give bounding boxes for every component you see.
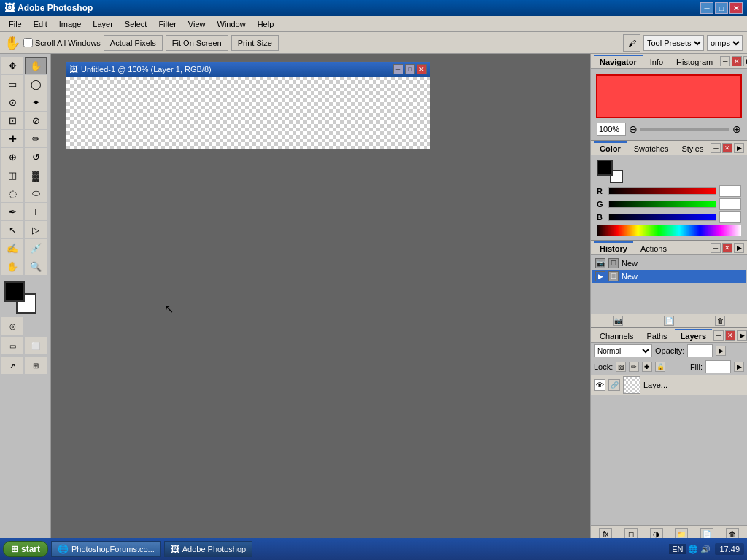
layers-close-button[interactable]: ✕ — [725, 330, 735, 341]
red-slider[interactable] — [608, 187, 716, 195]
tab-info[interactable]: Info — [644, 55, 669, 68]
doc-minimize-button[interactable]: ─ — [393, 64, 403, 74]
fill-input[interactable]: 100% — [705, 360, 731, 373]
tab-swatches[interactable]: Swatches — [628, 141, 675, 155]
red-value[interactable]: 0 — [719, 185, 741, 197]
history-menu-button[interactable]: ▶ — [734, 243, 744, 253]
comps-dropdown[interactable]: omps — [707, 35, 743, 51]
zoom-in-icon[interactable]: ⊕ — [732, 123, 741, 135]
scroll-all-label[interactable]: Scroll All Windows — [23, 38, 101, 47]
tab-navigator[interactable]: Navigator — [594, 55, 643, 68]
layers-minimize-button[interactable]: ─ — [713, 330, 724, 341]
hand-tool[interactable]: ✋ — [25, 57, 47, 74]
tool-presets-dropdown[interactable]: Tool Presets — [643, 35, 704, 51]
maximize-button[interactable]: □ — [715, 2, 728, 14]
menu-item-image[interactable]: Image — [53, 18, 88, 30]
color-close-button[interactable]: ✕ — [722, 143, 732, 153]
tab-histogram[interactable]: Histogram — [670, 55, 719, 68]
color-minimize-button[interactable]: ─ — [711, 143, 721, 153]
taskbar-item-photoshop[interactable]: 🖼 Adobe Photoshop — [164, 541, 252, 557]
fit-on-screen-button[interactable]: Fit On Screen — [166, 35, 228, 51]
move-tool[interactable]: ✥ — [1, 57, 23, 74]
tab-paths[interactable]: Paths — [640, 329, 673, 342]
history-close-button[interactable]: ✕ — [722, 243, 732, 253]
lasso-tool[interactable]: ⊙ — [1, 93, 23, 111]
foreground-color-box[interactable] — [4, 281, 25, 302]
navigator-zoom-slider[interactable] — [640, 128, 729, 131]
tab-channels[interactable]: Channels — [594, 329, 639, 342]
green-slider[interactable] — [608, 201, 716, 208]
pen-tool[interactable]: ✒ — [1, 203, 23, 220]
blue-value[interactable]: 0 — [719, 211, 741, 223]
menu-item-window[interactable]: Window — [212, 18, 252, 30]
actual-pixels-button[interactable]: Actual Pixels — [104, 35, 163, 51]
tab-color[interactable]: Color — [594, 141, 627, 155]
menu-item-file[interactable]: File — [3, 18, 28, 30]
doc-maximize-button[interactable]: □ — [405, 64, 415, 74]
opacity-input[interactable]: 100% — [687, 344, 713, 357]
taskbar-item-photoshopforums[interactable]: 🌐 PhotoshopForums.co... — [51, 541, 161, 557]
zoom-tool[interactable]: 🔍 — [25, 257, 47, 275]
menu-item-layer[interactable]: Layer — [87, 18, 119, 30]
jump-to-imageready[interactable]: ↗ — [1, 357, 23, 374]
marquee-rect-tool[interactable]: ▭ — [1, 75, 23, 93]
new-snapshot-button[interactable]: 📷 — [613, 316, 623, 326]
delete-state-button[interactable]: 🗑 — [715, 316, 725, 326]
layer-visibility-button[interactable]: 👁 — [594, 379, 605, 391]
screen-mode-button[interactable]: ▭ — [1, 337, 23, 354]
tab-history[interactable]: History — [594, 241, 633, 254]
heal-brush-tool[interactable]: ✚ — [1, 130, 23, 147]
shape-tool[interactable]: ▷ — [25, 221, 47, 238]
minimize-button[interactable]: ─ — [700, 2, 713, 14]
tab-actions[interactable]: Actions — [635, 241, 673, 254]
start-button[interactable]: ⊞ start — [3, 541, 48, 557]
doc-close-button[interactable]: ✕ — [417, 64, 427, 74]
layer-row-1[interactable]: 👁 🔗 Laye... — [591, 375, 747, 395]
navigator-zoom-input[interactable]: 100% — [597, 122, 626, 136]
brush-button[interactable]: 🖌 — [623, 34, 640, 52]
extra-tool[interactable]: ⊞ — [25, 357, 47, 374]
color-spectrum[interactable] — [597, 225, 741, 236]
menu-item-select[interactable]: Select — [119, 18, 153, 30]
navigator-menu-button[interactable]: ▶ — [743, 56, 747, 66]
stamp-tool[interactable]: ⊕ — [1, 148, 23, 166]
crop-tool[interactable]: ⊡ — [1, 112, 23, 129]
hand-nav-tool[interactable]: ✋ — [1, 257, 23, 275]
lock-image-button[interactable]: ✏ — [629, 362, 639, 372]
lock-transparent-button[interactable]: ▨ — [616, 362, 626, 372]
notes-tool[interactable]: ✍ — [1, 239, 23, 257]
layers-menu-button[interactable]: ▶ — [737, 330, 747, 341]
slice-tool[interactable]: ⊘ — [25, 112, 47, 129]
blur-tool[interactable]: ⬭ — [25, 184, 47, 202]
create-new-doc-button[interactable]: 📄 — [664, 316, 674, 326]
magic-wand-tool[interactable]: ✦ — [25, 93, 47, 111]
blend-mode-select[interactable]: Normal — [594, 344, 652, 357]
eyedropper-tool[interactable]: 💉 — [25, 239, 47, 257]
foreground-swatch[interactable] — [597, 160, 613, 176]
navigator-close-button[interactable]: ✕ — [732, 56, 742, 66]
history-minimize-button[interactable]: ─ — [711, 243, 721, 253]
blue-slider[interactable] — [608, 214, 716, 221]
history-brush-tool[interactable]: ↺ — [25, 148, 47, 166]
menu-item-edit[interactable]: Edit — [28, 18, 53, 30]
dodge-tool[interactable]: ◌ — [1, 184, 23, 202]
marquee-ellipse-tool[interactable]: ◯ — [25, 75, 47, 93]
quick-mask-button[interactable]: ◎ — [1, 317, 23, 335]
menu-item-filter[interactable]: Filter — [152, 18, 182, 30]
document-canvas[interactable] — [66, 77, 430, 149]
layer-link-button[interactable]: 🔗 — [608, 379, 620, 391]
scroll-all-checkbox[interactable] — [23, 38, 33, 47]
gradient-tool[interactable]: ▓ — [25, 166, 47, 184]
history-item-new-2[interactable]: ▶ ☐ New — [592, 270, 746, 283]
close-button[interactable]: ✕ — [729, 2, 743, 14]
zoom-out-icon[interactable]: ⊖ — [629, 123, 638, 135]
tab-layers[interactable]: Layers — [675, 329, 712, 342]
fill-menu-button[interactable]: ▶ — [734, 362, 744, 372]
color-menu-button[interactable]: ▶ — [734, 143, 744, 153]
menu-item-help[interactable]: Help — [252, 18, 280, 30]
brush-tool[interactable]: ✏ — [25, 130, 47, 147]
navigator-minimize-button[interactable]: ─ — [720, 56, 730, 66]
menu-item-view[interactable]: View — [182, 18, 212, 30]
print-size-button[interactable]: Print Size — [231, 35, 279, 51]
green-value[interactable]: 0 — [719, 198, 741, 210]
